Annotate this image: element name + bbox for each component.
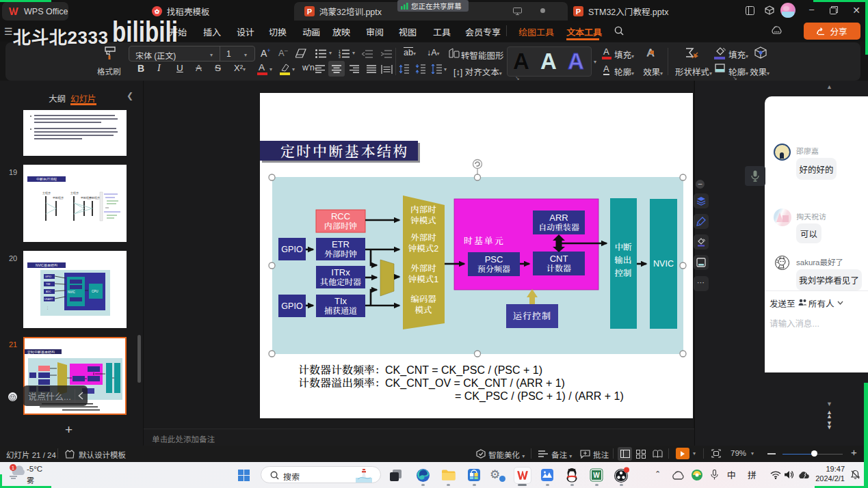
svg-text:NVIC: NVIC <box>653 259 674 269</box>
svg-text:自动重装器: 自动重装器 <box>538 223 579 232</box>
svg-text:CPU: CPU <box>92 290 98 293</box>
svg-text:ARR: ARR <box>549 213 568 223</box>
svg-text:定时中断基本结构: 定时中断基本结构 <box>27 350 55 355</box>
svg-text:中断: 中断 <box>614 243 632 252</box>
svg-text:GPIO: GPIO <box>45 275 51 278</box>
svg-text:TIx: TIx <box>334 296 347 306</box>
svg-text:外部时钟: 外部时钟 <box>324 249 357 259</box>
svg-text:捕获通道: 捕获通道 <box>324 306 357 316</box>
svg-text:外部时: 外部时 <box>410 264 436 273</box>
svg-text:ADC: ADC <box>46 290 51 293</box>
svg-text:预分频器: 预分频器 <box>477 265 510 274</box>
svg-text:GPIO: GPIO <box>281 245 303 254</box>
svg-text:ETR: ETR <box>332 239 350 249</box>
svg-text:运行控制: 运行控制 <box>513 311 551 321</box>
svg-text:钟模式2: 钟模式2 <box>408 244 439 254</box>
svg-text:输出: 输出 <box>614 256 631 265</box>
svg-text:控制: 控制 <box>614 269 631 278</box>
svg-text:计数器溢出频率：CK_CNT_OV = CK_CNT / (: 计数器溢出频率：CK_CNT_OV = CK_CNT / (ARR + 1) <box>298 377 565 390</box>
svg-text:ITRx: ITRx <box>331 267 350 277</box>
svg-text:编码器: 编码器 <box>410 295 436 304</box>
svg-text:PSC: PSC <box>485 254 503 265</box>
svg-text:⋮: ⋮ <box>46 306 49 310</box>
svg-text:主程序: 主程序 <box>70 191 79 195</box>
svg-text:内部时: 内部时 <box>410 205 436 215</box>
svg-text:NVIC: NVIC <box>68 290 76 294</box>
svg-text:主程序: 主程序 <box>42 191 51 195</box>
svg-text:中断程序: 中断程序 <box>89 196 100 200</box>
svg-text:模式: 模式 <box>415 306 432 315</box>
svg-text:3: 3 <box>339 55 341 58</box>
svg-text:中断程序: 中断程序 <box>53 196 64 200</box>
svg-text:内部时钟: 内部时钟 <box>324 221 357 231</box>
svg-text:计数器计数频率：CK_CNT = CK_PSC / (PSC: 计数器计数频率：CK_CNT = CK_PSC / (PSC + 1) <box>298 364 542 377</box>
svg-text:钟模式: 钟模式 <box>410 216 436 226</box>
svg-text:W: W <box>593 472 600 479</box>
svg-text:外部时: 外部时 <box>410 233 436 243</box>
svg-text:钟模式1: 钟模式1 <box>408 275 439 284</box>
svg-text:TIM: TIM <box>46 283 50 286</box>
svg-text:其他定时器: 其他定时器 <box>320 277 361 287</box>
svg-text:CNT: CNT <box>550 254 568 264</box>
svg-text:时基单元: 时基单元 <box>464 236 505 246</box>
svg-text:= CK_PSC / (PSC + 1) / (ARR +: = CK_PSC / (PSC + 1) / (ARR + 1) <box>455 390 624 403</box>
svg-text:1: 1 <box>12 465 15 471</box>
svg-text:RCC: RCC <box>331 211 350 221</box>
svg-text:计数器: 计数器 <box>547 264 571 273</box>
svg-text:定时中断基本结构: 定时中断基本结构 <box>280 144 409 159</box>
svg-text:GPIO: GPIO <box>281 301 303 311</box>
svg-text:USART: USART <box>44 298 53 301</box>
